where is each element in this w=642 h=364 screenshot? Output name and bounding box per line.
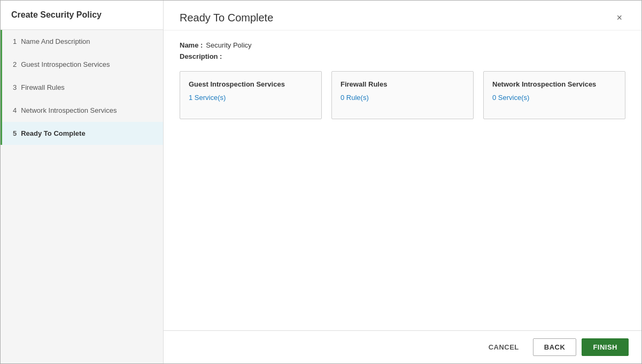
sidebar-item-2[interactable]: 2 Guest Introspection Services — [1, 53, 163, 76]
back-button[interactable]: BACK — [533, 338, 577, 356]
step-5-label: Ready To Complete — [21, 129, 85, 137]
step-1-label: Name And Description — [21, 37, 90, 45]
name-value: Security Policy — [206, 41, 251, 49]
main-title: Ready To Complete — [180, 12, 273, 24]
finish-button[interactable]: FINISH — [582, 338, 629, 356]
guest-introspection-title: Guest Introspection Services — [189, 80, 313, 88]
network-introspection-card: Network Introspection Services 0 Service… — [483, 71, 625, 119]
main-panel: Ready To Complete × Name : Security Poli… — [164, 1, 641, 363]
dialog-body: Create Security Policy 1 Name And Descri… — [1, 1, 641, 363]
network-introspection-value: 0 Service(s) — [492, 94, 616, 102]
sidebar-item-1[interactable]: 1 Name And Description — [1, 30, 163, 53]
step-4-label: Network Introspection Services — [21, 106, 117, 114]
step-4-num: 4 — [13, 106, 17, 114]
step-5-num: 5 — [13, 129, 17, 137]
firewall-rules-value: 0 Rule(s) — [341, 94, 465, 102]
create-security-policy-dialog: Create Security Policy 1 Name And Descri… — [0, 0, 642, 364]
sidebar-item-3[interactable]: 3 Firewall Rules — [1, 76, 163, 99]
firewall-rules-title: Firewall Rules — [341, 80, 465, 88]
step-3-label: Firewall Rules — [21, 83, 65, 91]
network-introspection-title: Network Introspection Services — [492, 80, 616, 88]
sidebar-title: Create Security Policy — [1, 1, 163, 30]
cards-row: Guest Introspection Services 1 Service(s… — [180, 71, 625, 119]
description-label: Description : — [180, 52, 222, 60]
close-button[interactable]: × — [613, 11, 625, 25]
step-2-label: Guest Introspection Services — [21, 60, 110, 68]
firewall-rules-card: Firewall Rules 0 Rule(s) — [331, 71, 474, 119]
main-content: Name : Security Policy Description : Gue… — [164, 30, 641, 330]
footer: CANCEL BACK FINISH — [164, 330, 641, 363]
sidebar-item-5[interactable]: 5 Ready To Complete — [1, 122, 163, 145]
name-row: Name : Security Policy — [180, 41, 625, 49]
sidebar-item-4[interactable]: 4 Network Introspection Services — [1, 99, 163, 122]
name-label: Name : — [180, 41, 203, 49]
guest-introspection-card: Guest Introspection Services 1 Service(s… — [180, 71, 322, 119]
step-1-num: 1 — [13, 37, 17, 45]
cancel-button[interactable]: CANCEL — [480, 339, 528, 355]
step-3-num: 3 — [13, 83, 17, 91]
guest-introspection-value: 1 Service(s) — [189, 94, 313, 102]
description-row: Description : — [180, 52, 625, 60]
main-header: Ready To Complete × — [164, 1, 641, 30]
step-2-num: 2 — [13, 60, 17, 68]
sidebar: Create Security Policy 1 Name And Descri… — [1, 1, 164, 363]
